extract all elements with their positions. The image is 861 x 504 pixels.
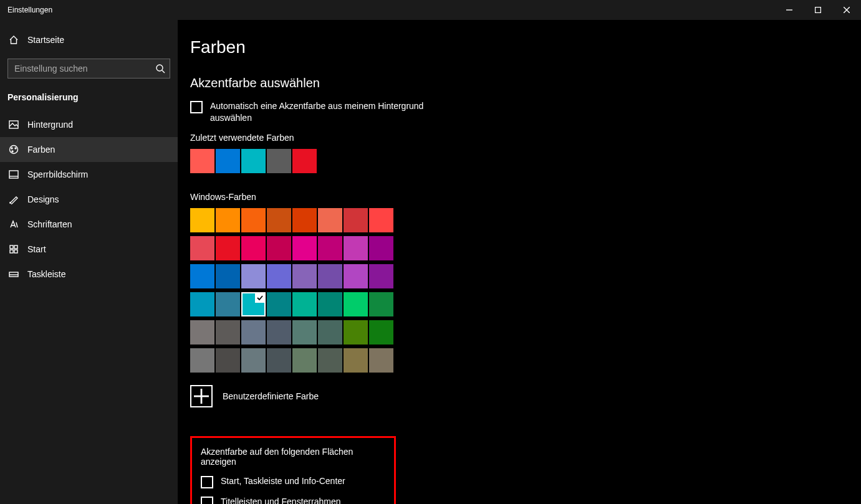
color-swatch[interactable] — [344, 320, 368, 345]
color-swatch[interactable] — [344, 292, 368, 316]
sidebar-category: Personalisierung — [0, 90, 178, 112]
color-swatch[interactable] — [292, 292, 317, 316]
color-swatch[interactable] — [267, 320, 291, 345]
lock-screen-icon — [9, 169, 19, 179]
fonts-icon — [9, 219, 19, 229]
color-swatch[interactable] — [241, 264, 266, 288]
auto-accent-checkbox[interactable] — [190, 101, 203, 113]
color-swatch[interactable] — [292, 320, 317, 345]
color-swatch[interactable] — [292, 348, 317, 373]
color-swatch[interactable] — [292, 149, 317, 173]
color-swatch[interactable] — [267, 236, 291, 260]
surfaces-option1-checkbox[interactable] — [201, 476, 213, 488]
color-swatch[interactable] — [216, 264, 240, 288]
color-swatch[interactable] — [216, 292, 240, 316]
sidebar-item-farben[interactable]: Farben — [0, 137, 178, 162]
color-swatch[interactable] — [344, 208, 368, 232]
maximize-button[interactable] — [804, 0, 832, 20]
color-swatch[interactable] — [344, 236, 368, 260]
start-icon — [9, 244, 19, 254]
windows-color-grid — [190, 208, 739, 373]
color-swatch[interactable] — [267, 149, 291, 173]
search-box[interactable] — [7, 59, 170, 78]
color-swatch[interactable] — [216, 320, 240, 345]
sidebar-item-schriftarten[interactable]: Schriftarten — [0, 212, 178, 237]
palette-icon — [9, 145, 19, 155]
color-swatch[interactable] — [318, 320, 342, 345]
minimize-button[interactable] — [775, 0, 804, 20]
surfaces-option2-label: Titelleisten und Fensterrahmen — [221, 496, 340, 504]
color-swatch[interactable] — [190, 149, 214, 173]
color-swatch[interactable] — [241, 348, 266, 373]
color-swatch[interactable] — [267, 208, 291, 232]
color-swatch[interactable] — [369, 264, 393, 288]
color-swatch[interactable] — [241, 236, 266, 260]
auto-accent-label: Automatisch eine Akzentfarbe aus meinem … — [210, 100, 435, 124]
color-swatch[interactable] — [267, 348, 291, 373]
color-swatch[interactable] — [318, 348, 342, 373]
sidebar-home[interactable]: Startseite — [0, 29, 178, 51]
svg-rect-11 — [9, 171, 18, 178]
surfaces-option2-row[interactable]: Titelleisten und Fensterrahmen — [201, 496, 385, 504]
color-swatch[interactable] — [190, 264, 214, 288]
svg-rect-1 — [815, 7, 821, 13]
surfaces-option1-row[interactable]: Start, Taskleiste und Info-Center — [201, 475, 385, 488]
color-swatch[interactable] — [267, 292, 291, 316]
color-swatch[interactable] — [216, 236, 240, 260]
sidebar-item-designs[interactable]: Designs — [0, 187, 178, 212]
recent-colors-row — [190, 149, 739, 173]
color-swatch[interactable] — [369, 348, 393, 373]
sidebar-item-label: Farben — [27, 145, 55, 155]
color-swatch[interactable] — [292, 264, 317, 288]
color-swatch[interactable] — [216, 149, 240, 173]
color-swatch[interactable] — [216, 208, 240, 232]
sidebar-item-start[interactable]: Start — [0, 237, 178, 262]
windows-colors-label: Windows-Farben — [190, 192, 739, 202]
color-swatch[interactable] — [190, 320, 214, 345]
color-swatch[interactable] — [241, 149, 266, 173]
svg-point-9 — [15, 148, 16, 149]
color-swatch[interactable] — [292, 236, 317, 260]
color-swatch[interactable] — [190, 348, 214, 373]
home-icon — [9, 35, 19, 45]
sidebar-home-label: Startseite — [27, 35, 64, 45]
color-swatch[interactable] — [190, 292, 214, 316]
check-icon — [255, 293, 265, 303]
color-swatch[interactable] — [369, 208, 393, 232]
search-input[interactable] — [8, 64, 151, 74]
color-swatch[interactable] — [241, 320, 266, 345]
color-swatch[interactable] — [241, 208, 266, 232]
sidebar-item-label: Hintergrund — [27, 120, 73, 130]
auto-accent-checkbox-row[interactable]: Automatisch eine Akzentfarbe aus meinem … — [190, 100, 739, 124]
color-swatch[interactable] — [190, 208, 214, 232]
surfaces-option2-checkbox[interactable] — [201, 497, 213, 504]
sidebar-item-taskleiste[interactable]: Taskleiste — [0, 262, 178, 287]
color-swatch[interactable] — [318, 264, 342, 288]
page-title: Farben — [190, 37, 739, 57]
color-swatch[interactable] — [267, 264, 291, 288]
main-content: Farben Akzentfarbe auswählen Automatisch… — [178, 20, 861, 504]
color-swatch[interactable] — [216, 348, 240, 373]
color-swatch[interactable] — [241, 292, 266, 316]
color-swatch[interactable] — [369, 320, 393, 345]
sidebar-item-label: Taskleiste — [27, 269, 65, 279]
color-swatch[interactable] — [369, 292, 393, 316]
sidebar-item-label: Sperrbildschirm — [27, 169, 88, 179]
color-swatch[interactable] — [344, 264, 368, 288]
color-swatch[interactable] — [318, 208, 342, 232]
color-swatch[interactable] — [318, 236, 342, 260]
sidebar-item-sperrbildschirm[interactable]: Sperrbildschirm — [0, 162, 178, 187]
svg-rect-13 — [10, 245, 13, 249]
custom-color-button[interactable] — [190, 385, 213, 407]
sidebar-item-hintergrund[interactable]: Hintergrund — [0, 112, 178, 137]
search-icon — [151, 64, 170, 74]
close-button[interactable] — [832, 0, 861, 20]
svg-point-4 — [156, 65, 163, 71]
svg-rect-14 — [14, 245, 17, 249]
color-swatch[interactable] — [344, 348, 368, 373]
color-swatch[interactable] — [190, 236, 214, 260]
color-swatch[interactable] — [292, 208, 317, 232]
custom-color-row[interactable]: Benutzerdefinierte Farbe — [190, 385, 739, 407]
color-swatch[interactable] — [369, 236, 393, 260]
color-swatch[interactable] — [318, 292, 342, 316]
